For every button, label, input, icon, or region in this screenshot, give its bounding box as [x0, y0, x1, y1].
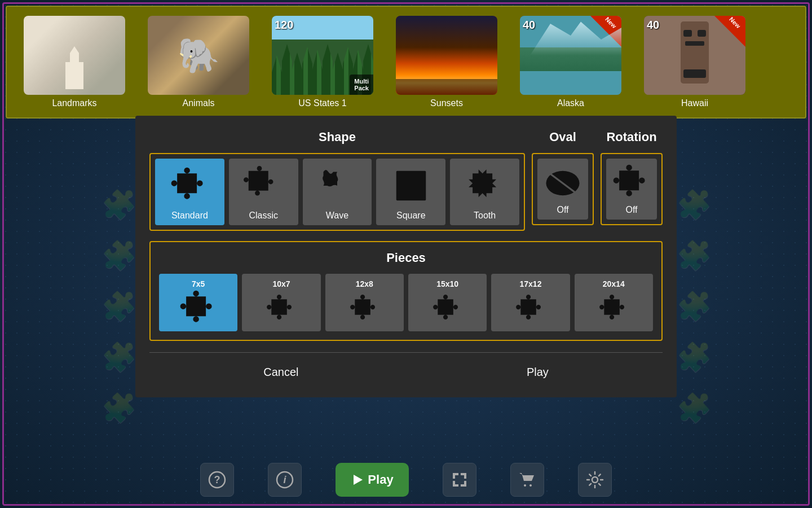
- dialog: Shape Standard: [135, 116, 677, 397]
- shape-section: Shape Standard: [149, 130, 525, 231]
- piece-20x14[interactable]: 20x14: [575, 274, 653, 331]
- cancel-button[interactable]: Cancel: [246, 361, 315, 383]
- bg-puzzle-right: 🧩 🧩 🧩 🧩 🧩: [677, 181, 710, 465]
- piece-17x12[interactable]: 17x12: [491, 274, 570, 331]
- category-usstates[interactable]: 120 MultiPack US States 1: [266, 16, 379, 108]
- shape-standard-icon: [160, 163, 220, 208]
- shape-classic[interactable]: Classic: [229, 159, 298, 225]
- category-animals-label: Animals: [183, 98, 215, 108]
- pieces-grid: 7x5 10x7 12x8: [159, 274, 653, 331]
- svg-text:🧩: 🧩: [102, 340, 135, 374]
- piece-7x5-label: 7x5: [192, 279, 205, 288]
- category-landmarks[interactable]: Landmarks: [18, 16, 131, 108]
- svg-text:i: i: [283, 474, 286, 485]
- piece-10x7-icon: [266, 292, 297, 326]
- oval-off[interactable]: Off: [537, 159, 588, 220]
- category-hawaii[interactable]: 40 New Hawaii: [638, 16, 751, 108]
- shape-wave-icon: [307, 163, 368, 208]
- shape-tooth-icon: [454, 163, 515, 208]
- piece-10x7[interactable]: 10x7: [242, 274, 320, 331]
- category-hawaii-img: 40 New: [644, 16, 745, 95]
- resize-button[interactable]: [443, 463, 476, 497]
- rotation-title: Rotation: [601, 130, 663, 144]
- piece-17x12-icon: [515, 292, 546, 326]
- piece-15x10[interactable]: 15x10: [408, 274, 487, 331]
- svg-marker-17: [354, 475, 363, 485]
- category-landmarks-img: [24, 16, 125, 95]
- category-animals-img: [148, 16, 249, 95]
- rotation-off-icon: [611, 163, 652, 203]
- piece-15x10-icon: [432, 292, 463, 326]
- piece-20x14-icon: [598, 292, 629, 326]
- category-bar: Landmarks Animals 120 MultiPack US State…: [6, 6, 806, 119]
- oval-options: Off: [532, 153, 594, 225]
- svg-text:🧩: 🧩: [102, 239, 135, 273]
- rotation-section: Rotation Off: [601, 130, 663, 225]
- play-button[interactable]: Play: [336, 463, 409, 497]
- piece-10x7-label: 10x7: [272, 279, 290, 288]
- piece-12x8-label: 12x8: [356, 279, 373, 288]
- shape-standard-label: Standard: [171, 211, 208, 221]
- shape-classic-icon: [233, 163, 294, 208]
- category-hawaii-label: Hawaii: [681, 98, 708, 108]
- svg-text:🧩: 🧩: [102, 290, 135, 323]
- shape-square[interactable]: Square: [376, 159, 445, 225]
- svg-text:🧩: 🧩: [677, 340, 710, 374]
- rotation-options: Off: [601, 153, 663, 225]
- shape-options: Standard Classic: [149, 153, 525, 231]
- oval-title: Oval: [532, 130, 594, 144]
- bottom-toolbar: ? i Play: [0, 463, 812, 497]
- piece-7x5-icon: [179, 292, 218, 326]
- play-btn-label: Play: [368, 472, 393, 487]
- shape-square-icon: [381, 163, 441, 208]
- pieces-title: Pieces: [159, 251, 653, 265]
- settings-button[interactable]: [578, 463, 612, 497]
- category-alaska[interactable]: 40 New Alaska: [514, 16, 627, 108]
- shape-standard[interactable]: Standard: [155, 159, 224, 225]
- shape-tooth[interactable]: Tooth: [450, 159, 519, 225]
- svg-rect-10: [396, 171, 426, 201]
- rotation-off-label: Off: [625, 205, 637, 215]
- category-animals[interactable]: Animals: [142, 16, 255, 108]
- shape-wave[interactable]: Wave: [303, 159, 372, 225]
- category-sunsets-label: Sunsets: [430, 98, 463, 108]
- svg-text:🧩: 🧩: [677, 239, 710, 273]
- svg-text:🧩: 🧩: [102, 391, 135, 425]
- piece-7x5[interactable]: 7x5: [159, 274, 237, 331]
- dialog-buttons: Cancel Play: [149, 361, 663, 383]
- piece-20x14-label: 20x14: [603, 279, 625, 288]
- shape-classic-label: Classic: [249, 211, 278, 221]
- svg-text:🧩: 🧩: [677, 188, 710, 222]
- alaska-num-badge: 40: [523, 19, 535, 32]
- pieces-section: Pieces 7x5 10x7: [149, 241, 663, 341]
- bg-puzzle-left: 🧩 🧩 🧩 🧩 🧩: [102, 181, 135, 465]
- shape-title: Shape: [149, 130, 525, 144]
- svg-text:🧩: 🧩: [102, 188, 135, 222]
- category-landmarks-label: Landmarks: [52, 98, 96, 108]
- category-sunsets[interactable]: Sunsets: [390, 16, 503, 108]
- oval-off-label: Off: [557, 205, 568, 215]
- rotation-off[interactable]: Off: [606, 159, 657, 220]
- info-button[interactable]: i: [268, 463, 302, 497]
- help-button[interactable]: ?: [200, 463, 234, 497]
- cart-button[interactable]: [510, 463, 544, 497]
- category-usstates-label: US States 1: [298, 98, 346, 108]
- hawaii-num-badge: 40: [647, 19, 659, 32]
- oval-section: Oval Off: [532, 130, 594, 225]
- dialog-divider: [149, 352, 663, 353]
- oval-off-icon: [542, 163, 584, 203]
- category-alaska-label: Alaska: [557, 98, 584, 108]
- shape-wave-label: Wave: [326, 211, 348, 221]
- category-sunsets-img: [396, 16, 497, 95]
- shape-square-label: Square: [396, 211, 426, 221]
- usstates-num-badge: 120: [275, 19, 293, 32]
- piece-12x8[interactable]: 12x8: [325, 274, 404, 331]
- dialog-play-button[interactable]: Play: [510, 361, 566, 383]
- piece-15x10-label: 15x10: [436, 279, 458, 288]
- piece-12x8-icon: [349, 292, 380, 326]
- category-usstates-img: 120 MultiPack: [272, 16, 373, 95]
- svg-text:🧩: 🧩: [677, 391, 710, 425]
- svg-point-18: [592, 477, 598, 483]
- category-alaska-img: 40 New: [520, 16, 621, 95]
- piece-17x12-label: 17x12: [520, 279, 542, 288]
